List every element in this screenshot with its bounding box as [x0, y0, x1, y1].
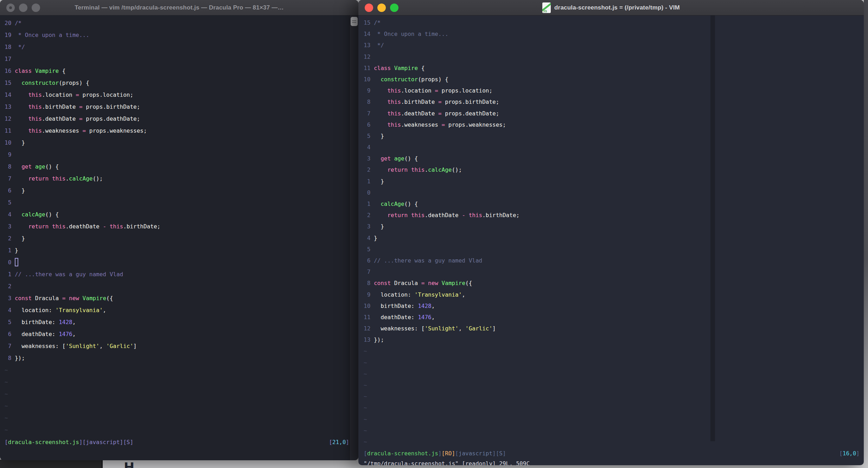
- code-token: .location: [42, 91, 76, 98]
- terminal-window-title: Terminal — vim /tmp/dracula-screenshot.j…: [75, 4, 283, 11]
- code-token: () {: [45, 211, 59, 218]
- vim-message-line: "/tmp/dracula-screenshot.js" [readonly] …: [364, 458, 530, 465]
- tilde-line: ~: [5, 364, 349, 376]
- vim-text-area-right[interactable]: 15 /*14 * Once upon a time...13 */12 11 …: [358, 15, 851, 448]
- code-token: .deathDate: [401, 110, 438, 117]
- line-number: 6: [364, 119, 374, 131]
- code-token: {: [59, 68, 65, 74]
- code-token: Dracula: [32, 295, 62, 302]
- code-token: calcAge: [381, 201, 404, 207]
- code-token: }: [15, 235, 25, 242]
- code-token: class: [15, 68, 32, 74]
- code-token: [408, 166, 411, 173]
- code-token: =: [438, 99, 442, 105]
- code-token: birthDate:: [15, 319, 59, 325]
- code-line: 20 /*: [5, 17, 349, 29]
- code-token: ]: [133, 343, 137, 349]
- code-token: ,: [432, 303, 435, 309]
- line-number: 0: [5, 257, 15, 268]
- code-token: ,: [459, 325, 465, 332]
- code-token: ();: [92, 175, 103, 182]
- line-number: 11: [5, 125, 15, 137]
- line-number: 3: [364, 221, 374, 232]
- code-token: 'Transylvania': [56, 307, 103, 314]
- close-button-icon[interactable]: [365, 4, 373, 12]
- code-line: 1 calcAge() {: [364, 198, 851, 210]
- scrollbar-track[interactable]: [349, 15, 358, 460]
- code-line: 4: [364, 142, 851, 153]
- zoom-button-icon[interactable]: [32, 4, 40, 12]
- code-token: ,: [100, 343, 106, 349]
- tilde-line: ~: [364, 425, 851, 436]
- code-token: [15, 80, 21, 86]
- code-token: [374, 166, 388, 173]
- line-number: 7: [364, 108, 374, 119]
- line-number: 12: [364, 51, 374, 63]
- code-token: ({: [106, 295, 113, 302]
- code-line: 8 });: [5, 352, 349, 364]
- line-number: 10: [5, 137, 15, 149]
- code-line: 8 get age() {: [5, 161, 349, 173]
- code-token: -: [103, 223, 106, 230]
- code-line: 10 constructor(props) {: [364, 74, 851, 85]
- code-token: }: [374, 133, 384, 139]
- scrollbar-thumb[interactable]: [351, 17, 358, 26]
- code-line: 5: [364, 244, 851, 255]
- js-document-icon: JS: [542, 2, 551, 13]
- line-number: 9: [364, 85, 374, 96]
- terminal-titlebar[interactable]: Terminal — vim /tmp/dracula-screenshot.j…: [0, 0, 358, 15]
- line-number: 15: [5, 77, 15, 89]
- code-token: [391, 155, 394, 162]
- code-token: [15, 103, 28, 110]
- macvim-window: JS dracula-screenshot.js = (/private/tmp…: [358, 0, 864, 465]
- code-line: 2 return this.deathDate - this.birthDate…: [364, 210, 851, 221]
- minimize-button-icon[interactable]: [19, 4, 27, 12]
- status-segment: javascript: [459, 450, 492, 457]
- status-segment: [: [5, 439, 8, 445]
- code-token: /*: [374, 19, 381, 26]
- code-token: this: [469, 212, 483, 219]
- status-segment: ]: [503, 450, 506, 457]
- code-line: 11 deathDate: 1476,: [364, 312, 851, 323]
- line-number: 13: [364, 40, 374, 51]
- code-token: props.birthDate;: [83, 103, 140, 110]
- code-token: this: [387, 99, 401, 105]
- code-token: 'Sunlight': [65, 343, 99, 349]
- code-token: 'Sunlight': [425, 325, 458, 332]
- code-token: [15, 127, 28, 134]
- status-segment: [: [364, 450, 367, 457]
- code-token: constructor: [381, 76, 418, 83]
- code-token: this: [110, 223, 123, 230]
- vim-text-area-left[interactable]: 20 /*19 * Once upon a time...18 */17 16 …: [0, 15, 349, 436]
- line-number: 7: [5, 173, 15, 185]
- code-token: .weaknesses: [401, 121, 442, 128]
- line-number: 14: [5, 89, 15, 101]
- code-token: ();: [452, 166, 462, 173]
- close-button-icon[interactable]: [6, 4, 15, 12]
- status-segment: 21,0: [332, 439, 346, 445]
- line-number: 14: [364, 29, 374, 40]
- code-token: weaknesses: [: [374, 325, 425, 332]
- zoom-button-icon[interactable]: [390, 4, 398, 12]
- code-token: ,: [72, 319, 76, 325]
- code-line: 7 weaknesses: ['Sunlight', 'Garlic']: [5, 340, 349, 352]
- status-segment: [: [329, 439, 332, 445]
- desktop-background-window-edge: [0, 460, 103, 468]
- code-token: [32, 163, 35, 170]
- code-token: return: [28, 175, 49, 182]
- code-line: 6 this.weaknesses = props.weaknesses;: [364, 119, 851, 131]
- code-line: 12 this.deathDate = props.deathDate;: [5, 113, 349, 125]
- code-line: 18 */: [5, 41, 349, 53]
- code-line: 4 }: [364, 233, 851, 244]
- traffic-lights: [365, 4, 398, 12]
- macvim-titlebar[interactable]: JS dracula-screenshot.js = (/private/tmp…: [358, 0, 864, 15]
- code-token: return: [387, 166, 408, 173]
- line-number: 7: [364, 266, 374, 278]
- code-line: 12: [364, 51, 851, 63]
- minimize-button-icon[interactable]: [377, 4, 386, 12]
- code-token: props.weaknesses;: [86, 127, 147, 134]
- code-token: new: [69, 295, 79, 302]
- tilde-line: ~: [364, 414, 851, 425]
- code-token: ,: [72, 331, 76, 337]
- status-segment: dracula-screenshot.js: [8, 439, 79, 445]
